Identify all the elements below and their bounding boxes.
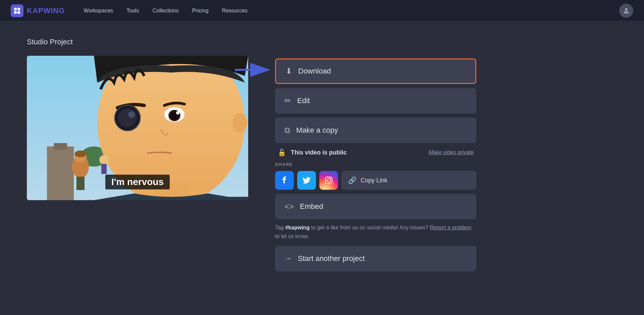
nav-workspaces[interactable]: Workspaces [78,5,118,16]
embed-icon: <> [284,202,294,211]
svg-rect-3 [17,11,20,14]
copy-link-label: Copy Link [361,177,387,184]
nav-collections[interactable]: Collections [147,5,184,16]
svg-rect-1 [17,8,20,10]
lock-icon: 🔓 [278,148,286,156]
report-problem-link[interactable]: Report a problem [430,225,472,230]
download-icon: ⬇ [285,66,292,76]
logo-text: KAPWING [27,6,65,15]
right-panel: ⬇ Download ✏ Edit ⧉ Make a copy 🔓 This v… [275,56,617,271]
svg-rect-0 [14,8,17,10]
content-row: I'm nervous ⬇ Download [27,56,617,271]
public-status-text: This video is public [291,149,347,156]
tag-hashtag: #kapwing [285,225,310,230]
logo-link[interactable]: KAPWING [11,4,65,17]
nav-links: Workspaces Tools Collections Pricing Res… [78,5,619,16]
svg-point-19 [232,113,247,133]
arrow-indicator [235,62,272,78]
copy-icon: ⧉ [284,126,290,135]
svg-point-4 [625,8,628,11]
start-another-project-button[interactable]: → Start another project [275,246,476,271]
svg-point-13 [118,108,137,127]
svg-rect-9 [54,143,67,150]
public-row: 🔓 This video is public Make video privat… [275,147,476,158]
share-label: SHARE [275,162,476,167]
svg-rect-26 [101,164,107,174]
svg-point-14 [128,111,135,118]
svg-point-31 [330,178,331,179]
svg-rect-8 [47,146,74,200]
arrow-right-icon: → [284,254,292,263]
page-title: Studio Project [27,38,617,46]
nav-pricing[interactable]: Pricing [187,5,214,16]
tag-suffix: to let us know. [275,233,309,239]
download-label: Download [298,67,331,76]
svg-point-18 [176,111,179,115]
facebook-share-button[interactable] [275,171,294,190]
download-button[interactable]: ⬇ Download [275,58,476,84]
tag-note: Tag #kapwing to get a like from us on so… [275,223,476,240]
make-private-link[interactable]: Make video private [429,149,474,155]
svg-point-30 [327,179,330,182]
share-section: SHARE [275,162,476,190]
video-thumbnail: I'm nervous [27,56,248,200]
tag-middle: to get a like from us on social media! A… [310,225,430,230]
copy-link-button[interactable]: 🔗 Copy Link [341,171,476,190]
svg-point-25 [99,155,109,165]
main-content: Studio Project [0,21,644,287]
make-copy-button[interactable]: ⧉ Make a copy [275,118,476,143]
svg-rect-22 [76,177,85,190]
svg-rect-2 [14,11,17,14]
twitter-share-button[interactable] [297,171,316,190]
logo-icon [11,4,23,17]
user-avatar[interactable] [619,4,633,18]
chain-icon: 🔗 [348,176,357,184]
instagram-share-button[interactable] [319,171,338,190]
nav-tools[interactable]: Tools [121,5,144,16]
embed-label: Embed [300,202,323,211]
embed-button[interactable]: <> Embed [275,194,476,219]
nav-resources[interactable]: Resources [217,5,253,16]
edit-label: Edit [297,96,310,105]
make-copy-label: Make a copy [296,126,338,135]
video-subtitle: I'm nervous [105,175,170,189]
start-project-label: Start another project [298,254,365,263]
share-row: 🔗 Copy Link [275,171,476,190]
edit-icon: ✏ [284,96,291,105]
edit-button[interactable]: ✏ Edit [275,88,476,114]
video-container: I'm nervous [27,56,248,200]
tag-prefix: Tag [275,225,285,230]
navbar: KAPWING Workspaces Tools Collections Pri… [0,0,644,21]
svg-point-24 [74,150,87,157]
